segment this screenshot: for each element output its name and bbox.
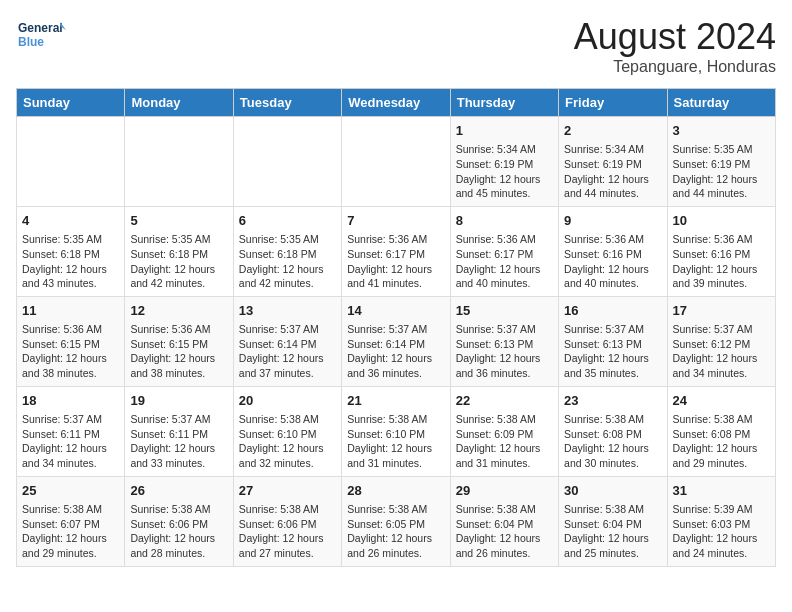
calendar-cell [125, 117, 233, 207]
day-info: Sunrise: 5:36 AMSunset: 6:15 PMDaylight:… [130, 322, 227, 381]
day-info: Sunrise: 5:36 AMSunset: 6:16 PMDaylight:… [564, 232, 661, 291]
day-info: Sunrise: 5:37 AMSunset: 6:12 PMDaylight:… [673, 322, 770, 381]
day-number: 26 [130, 482, 227, 500]
calendar-cell [342, 117, 450, 207]
day-info: Sunrise: 5:37 AMSunset: 6:13 PMDaylight:… [564, 322, 661, 381]
day-info: Sunrise: 5:36 AMSunset: 6:16 PMDaylight:… [673, 232, 770, 291]
day-number: 24 [673, 392, 770, 410]
calendar-cell: 24Sunrise: 5:38 AMSunset: 6:08 PMDayligh… [667, 386, 775, 476]
day-number: 27 [239, 482, 336, 500]
day-number: 11 [22, 302, 119, 320]
day-number: 18 [22, 392, 119, 410]
day-number: 3 [673, 122, 770, 140]
day-info: Sunrise: 5:34 AMSunset: 6:19 PMDaylight:… [564, 142, 661, 201]
day-number: 6 [239, 212, 336, 230]
calendar-week-2: 4Sunrise: 5:35 AMSunset: 6:18 PMDaylight… [17, 206, 776, 296]
day-info: Sunrise: 5:35 AMSunset: 6:19 PMDaylight:… [673, 142, 770, 201]
calendar-cell: 6Sunrise: 5:35 AMSunset: 6:18 PMDaylight… [233, 206, 341, 296]
day-number: 2 [564, 122, 661, 140]
day-info: Sunrise: 5:38 AMSunset: 6:06 PMDaylight:… [130, 502, 227, 561]
day-number: 28 [347, 482, 444, 500]
calendar-cell: 4Sunrise: 5:35 AMSunset: 6:18 PMDaylight… [17, 206, 125, 296]
calendar-cell: 31Sunrise: 5:39 AMSunset: 6:03 PMDayligh… [667, 476, 775, 566]
calendar-cell: 18Sunrise: 5:37 AMSunset: 6:11 PMDayligh… [17, 386, 125, 476]
calendar-cell: 10Sunrise: 5:36 AMSunset: 6:16 PMDayligh… [667, 206, 775, 296]
page-header: General Blue August 2024 Tepanguare, Hon… [16, 16, 776, 76]
calendar-week-3: 11Sunrise: 5:36 AMSunset: 6:15 PMDayligh… [17, 296, 776, 386]
day-info: Sunrise: 5:39 AMSunset: 6:03 PMDaylight:… [673, 502, 770, 561]
day-info: Sunrise: 5:37 AMSunset: 6:14 PMDaylight:… [347, 322, 444, 381]
day-number: 23 [564, 392, 661, 410]
day-info: Sunrise: 5:37 AMSunset: 6:11 PMDaylight:… [130, 412, 227, 471]
day-number: 31 [673, 482, 770, 500]
calendar-cell: 8Sunrise: 5:36 AMSunset: 6:17 PMDaylight… [450, 206, 558, 296]
logo: General Blue [16, 16, 66, 58]
calendar-cell: 11Sunrise: 5:36 AMSunset: 6:15 PMDayligh… [17, 296, 125, 386]
day-number: 20 [239, 392, 336, 410]
svg-text:Blue: Blue [18, 35, 44, 49]
svg-text:General: General [18, 21, 63, 35]
day-info: Sunrise: 5:35 AMSunset: 6:18 PMDaylight:… [130, 232, 227, 291]
header-sunday: Sunday [17, 89, 125, 117]
calendar-cell: 17Sunrise: 5:37 AMSunset: 6:12 PMDayligh… [667, 296, 775, 386]
day-number: 9 [564, 212, 661, 230]
calendar-week-4: 18Sunrise: 5:37 AMSunset: 6:11 PMDayligh… [17, 386, 776, 476]
day-info: Sunrise: 5:36 AMSunset: 6:15 PMDaylight:… [22, 322, 119, 381]
calendar-cell: 5Sunrise: 5:35 AMSunset: 6:18 PMDaylight… [125, 206, 233, 296]
day-number: 5 [130, 212, 227, 230]
day-info: Sunrise: 5:38 AMSunset: 6:07 PMDaylight:… [22, 502, 119, 561]
day-info: Sunrise: 5:36 AMSunset: 6:17 PMDaylight:… [347, 232, 444, 291]
day-number: 10 [673, 212, 770, 230]
calendar-cell: 28Sunrise: 5:38 AMSunset: 6:05 PMDayligh… [342, 476, 450, 566]
day-number: 22 [456, 392, 553, 410]
calendar-cell: 25Sunrise: 5:38 AMSunset: 6:07 PMDayligh… [17, 476, 125, 566]
calendar-cell: 12Sunrise: 5:36 AMSunset: 6:15 PMDayligh… [125, 296, 233, 386]
calendar-cell: 27Sunrise: 5:38 AMSunset: 6:06 PMDayligh… [233, 476, 341, 566]
calendar-body: 1Sunrise: 5:34 AMSunset: 6:19 PMDaylight… [17, 117, 776, 567]
day-info: Sunrise: 5:38 AMSunset: 6:10 PMDaylight:… [347, 412, 444, 471]
day-info: Sunrise: 5:38 AMSunset: 6:10 PMDaylight:… [239, 412, 336, 471]
calendar-week-1: 1Sunrise: 5:34 AMSunset: 6:19 PMDaylight… [17, 117, 776, 207]
day-number: 7 [347, 212, 444, 230]
calendar-cell: 1Sunrise: 5:34 AMSunset: 6:19 PMDaylight… [450, 117, 558, 207]
header-thursday: Thursday [450, 89, 558, 117]
day-info: Sunrise: 5:34 AMSunset: 6:19 PMDaylight:… [456, 142, 553, 201]
calendar-cell: 16Sunrise: 5:37 AMSunset: 6:13 PMDayligh… [559, 296, 667, 386]
day-number: 8 [456, 212, 553, 230]
logo-svg: General Blue [16, 16, 66, 58]
calendar-cell: 22Sunrise: 5:38 AMSunset: 6:09 PMDayligh… [450, 386, 558, 476]
day-info: Sunrise: 5:37 AMSunset: 6:11 PMDaylight:… [22, 412, 119, 471]
calendar-cell: 2Sunrise: 5:34 AMSunset: 6:19 PMDaylight… [559, 117, 667, 207]
calendar-week-5: 25Sunrise: 5:38 AMSunset: 6:07 PMDayligh… [17, 476, 776, 566]
day-info: Sunrise: 5:37 AMSunset: 6:13 PMDaylight:… [456, 322, 553, 381]
day-info: Sunrise: 5:38 AMSunset: 6:09 PMDaylight:… [456, 412, 553, 471]
header-wednesday: Wednesday [342, 89, 450, 117]
day-number: 14 [347, 302, 444, 320]
header-saturday: Saturday [667, 89, 775, 117]
day-number: 15 [456, 302, 553, 320]
day-number: 25 [22, 482, 119, 500]
title-section: August 2024 Tepanguare, Honduras [574, 16, 776, 76]
day-number: 12 [130, 302, 227, 320]
day-info: Sunrise: 5:36 AMSunset: 6:17 PMDaylight:… [456, 232, 553, 291]
calendar-cell: 9Sunrise: 5:36 AMSunset: 6:16 PMDaylight… [559, 206, 667, 296]
calendar-cell: 29Sunrise: 5:38 AMSunset: 6:04 PMDayligh… [450, 476, 558, 566]
subtitle: Tepanguare, Honduras [574, 58, 776, 76]
calendar-cell: 19Sunrise: 5:37 AMSunset: 6:11 PMDayligh… [125, 386, 233, 476]
calendar-cell: 14Sunrise: 5:37 AMSunset: 6:14 PMDayligh… [342, 296, 450, 386]
day-info: Sunrise: 5:38 AMSunset: 6:04 PMDaylight:… [564, 502, 661, 561]
day-info: Sunrise: 5:35 AMSunset: 6:18 PMDaylight:… [239, 232, 336, 291]
day-number: 19 [130, 392, 227, 410]
day-info: Sunrise: 5:38 AMSunset: 6:06 PMDaylight:… [239, 502, 336, 561]
calendar-cell: 7Sunrise: 5:36 AMSunset: 6:17 PMDaylight… [342, 206, 450, 296]
calendar-cell [17, 117, 125, 207]
header-tuesday: Tuesday [233, 89, 341, 117]
day-info: Sunrise: 5:38 AMSunset: 6:08 PMDaylight:… [564, 412, 661, 471]
day-number: 17 [673, 302, 770, 320]
calendar-cell: 30Sunrise: 5:38 AMSunset: 6:04 PMDayligh… [559, 476, 667, 566]
calendar-cell: 13Sunrise: 5:37 AMSunset: 6:14 PMDayligh… [233, 296, 341, 386]
day-info: Sunrise: 5:37 AMSunset: 6:14 PMDaylight:… [239, 322, 336, 381]
header-monday: Monday [125, 89, 233, 117]
calendar-cell: 26Sunrise: 5:38 AMSunset: 6:06 PMDayligh… [125, 476, 233, 566]
calendar-cell: 23Sunrise: 5:38 AMSunset: 6:08 PMDayligh… [559, 386, 667, 476]
